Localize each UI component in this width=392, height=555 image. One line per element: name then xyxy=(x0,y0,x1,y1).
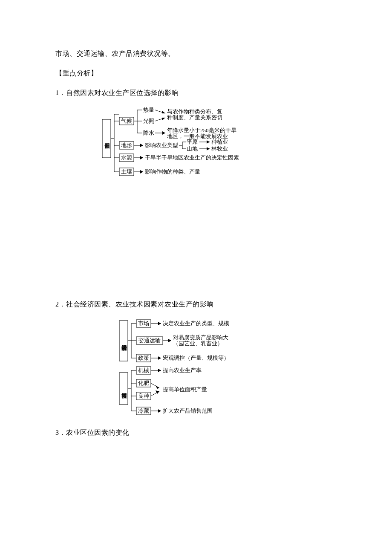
svg-text:土壤: 土壤 xyxy=(121,168,132,175)
svg-marker-73 xyxy=(158,356,161,360)
svg-text:水源: 水源 xyxy=(121,154,132,161)
svg-text:平原: 平原 xyxy=(187,139,198,145)
spacer xyxy=(55,187,337,298)
section-heading: 【重点分析】 xyxy=(55,66,337,80)
svg-text:冷藏: 冷藏 xyxy=(138,408,149,414)
svg-marker-67 xyxy=(168,339,171,342)
svg-text:决定农业生产的类型、规模: 决定农业生产的类型、规模 xyxy=(163,320,229,327)
svg-text:林牧业: 林牧业 xyxy=(211,145,228,152)
diagram-socioeconomic-tech-factors: 社会经济因素 市场 决定农业生产的类型、规模 交通运输 对易腐变质产品影响大 （… xyxy=(55,317,337,417)
svg-marker-94 xyxy=(156,390,159,394)
svg-text:机械: 机械 xyxy=(138,367,149,373)
svg-text:社会经济因素: 社会经济因素 xyxy=(121,345,127,351)
svg-marker-51 xyxy=(140,170,143,173)
svg-text:影响农业类型: 影响农业类型 xyxy=(145,142,178,148)
svg-marker-30 xyxy=(140,144,143,147)
svg-text:种植业: 种植业 xyxy=(211,139,228,145)
svg-text:提高农业生产率: 提高农业生产率 xyxy=(163,367,202,373)
svg-text:市场: 市场 xyxy=(138,320,149,327)
svg-marker-62 xyxy=(158,322,161,325)
intro-paragraph: 市场、交通运输、农产品消费状况等。 xyxy=(55,47,337,61)
svg-text:政策: 政策 xyxy=(138,355,149,361)
svg-rect-53 xyxy=(119,321,128,361)
svg-text:影响作物的种类、产量: 影响作物的种类、产量 xyxy=(145,168,200,175)
svg-text:扩大农产品销售范围: 扩大农产品销售范围 xyxy=(163,408,213,414)
svg-marker-18 xyxy=(162,111,165,113)
svg-text:降水: 降水 xyxy=(143,130,154,136)
svg-text:对易腐变质产品影响大: 对易腐变质产品影响大 xyxy=(173,334,228,341)
svg-marker-38 xyxy=(207,140,210,144)
svg-text:良种: 良种 xyxy=(138,393,149,399)
svg-text:干旱半干旱地区农业生产的决定性因素: 干旱半干旱地区农业生产的决定性因素 xyxy=(145,154,239,161)
svg-text:热量: 热量 xyxy=(143,107,154,113)
svg-text:科技因素: 科技因素 xyxy=(121,393,127,399)
diagram-natural-factors: 自然因素 气候 热量 光照 降水 与农 xyxy=(55,106,337,178)
svg-marker-85 xyxy=(158,369,161,372)
svg-text:种制度、产量关系密切: 种制度、产量关系密切 xyxy=(167,114,222,121)
svg-text:光照: 光照 xyxy=(143,118,154,124)
svg-text:交通运输: 交通运输 xyxy=(138,337,161,344)
svg-text:气候: 气候 xyxy=(121,118,132,124)
svg-rect-75 xyxy=(119,373,128,405)
svg-text:年降水量小于250毫米的干旱: 年降水量小于250毫米的干旱 xyxy=(167,127,236,133)
page-content: 市场、交通运输、农产品消费状况等。 【重点分析】 1．自然因素对农业生产区位选择… xyxy=(0,0,392,471)
svg-marker-40 xyxy=(207,147,210,150)
svg-marker-20 xyxy=(162,118,165,120)
svg-marker-99 xyxy=(158,409,161,413)
svg-text:自然因素: 自然因素 xyxy=(104,143,110,149)
point-3: 3．农业区位因素的变化 xyxy=(55,426,337,439)
svg-marker-46 xyxy=(140,156,143,159)
svg-text:（园艺业、乳畜业）: （园艺业、乳畜业） xyxy=(173,340,223,347)
svg-text:与农作物种类分布、复: 与农作物种类分布、复 xyxy=(167,108,222,115)
svg-text:宏观调控（产量、规模等）: 宏观调控（产量、规模等） xyxy=(163,355,229,361)
svg-text:提高单位面积产量: 提高单位面积产量 xyxy=(163,386,207,393)
svg-text:山地: 山地 xyxy=(187,145,198,152)
point-1: 1．自然因素对农业生产区位选择的影响 xyxy=(55,86,337,100)
svg-marker-24 xyxy=(162,131,165,135)
svg-text:地形: 地形 xyxy=(121,142,132,148)
svg-rect-0 xyxy=(102,119,111,158)
point-2: 2．社会经济因素、农业技术因素对农业生产的影响 xyxy=(55,298,337,311)
svg-marker-90 xyxy=(156,385,159,389)
svg-text:化肥: 化肥 xyxy=(138,380,149,386)
